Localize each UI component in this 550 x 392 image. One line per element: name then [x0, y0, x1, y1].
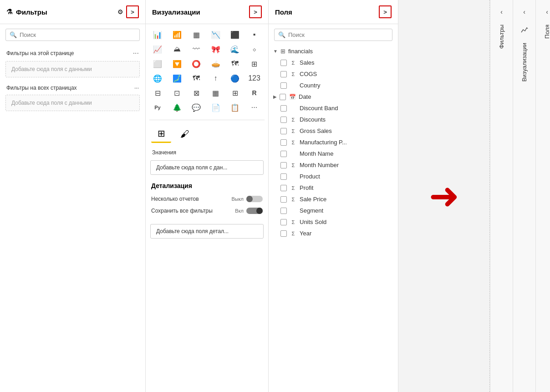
viz-smart-narr[interactable]: 📄	[208, 101, 224, 114]
viz-matrix[interactable]: ⊞	[246, 57, 263, 71]
field-item-profit[interactable]: Σ Profit	[269, 182, 398, 193]
add-values-btn[interactable]: Добавьте сюда поля с дан...	[150, 160, 264, 175]
field-checkbox-month-number[interactable]	[280, 162, 287, 168]
field-item-date[interactable]: ▶ 📅 Date	[269, 91, 398, 102]
field-checkbox-month-name[interactable]	[280, 151, 287, 157]
field-name-country: Country	[300, 82, 321, 89]
field-item-units-sold[interactable]: Σ Units Sold	[269, 216, 398, 228]
save-filters-toggle[interactable]: Вкл	[235, 208, 263, 214]
field-checkbox-units-sold[interactable]	[280, 219, 287, 225]
collapsed-polya-btn[interactable]: ‹	[539, 4, 550, 20]
field-name-date: Date	[299, 93, 311, 100]
viz-donut[interactable]: ⭕	[188, 57, 204, 71]
viz-column-clustered[interactable]: 📉	[208, 28, 224, 41]
viz-bar-clustered[interactable]: 📊	[149, 28, 166, 41]
field-checkbox-sale-price[interactable]	[280, 196, 287, 203]
field-item-sale-price[interactable]: Σ Sale Price	[269, 193, 398, 205]
viz-filled-map[interactable]: 🗾	[169, 71, 185, 85]
viz-funnel[interactable]: ⬦	[246, 42, 263, 56]
field-checkbox-date[interactable]	[280, 94, 286, 100]
table-group-header[interactable]: ▼ ⊞ financials	[269, 46, 398, 57]
viz-collapse-btn[interactable]: >	[249, 5, 262, 18]
field-item-segment[interactable]: Segment	[269, 205, 398, 216]
field-checkbox-manufacturing[interactable]	[280, 139, 287, 146]
viz-kpi[interactable]: ⊞	[227, 86, 243, 100]
field-name-discounts: Discounts	[300, 116, 326, 123]
viz-line-stacked[interactable]: 〰	[188, 42, 204, 56]
multi-reports-toggle[interactable]: Выкл	[231, 196, 263, 202]
field-item-year[interactable]: Σ Year	[269, 228, 398, 239]
field-item-country[interactable]: Country	[269, 80, 398, 91]
format-paint-btn[interactable]: 🖌	[175, 125, 195, 143]
field-checkbox-profit[interactable]	[280, 185, 287, 191]
collapsed-filtry-btn[interactable]: ‹	[494, 4, 510, 20]
filters-collapse-btn[interactable]: >	[126, 5, 139, 18]
field-checkbox-gross-sales[interactable]	[280, 128, 287, 134]
field-checkbox-cogs[interactable]	[280, 71, 287, 77]
filter-settings-icon[interactable]: ⚙	[117, 8, 123, 15]
collapsed-polya-label[interactable]: Поля	[544, 22, 550, 41]
viz-scatter[interactable]: ⬜	[149, 57, 166, 71]
fields-collapse-btn[interactable]: >	[379, 5, 392, 18]
field-item-discounts[interactable]: Σ Discounts	[269, 114, 398, 125]
filters-search-input[interactable]	[20, 31, 136, 38]
viz-table[interactable]: ⊟	[149, 86, 166, 100]
viz-arrow[interactable]: ↑	[208, 71, 224, 85]
field-checkbox-country[interactable]	[280, 82, 287, 89]
field-item-manufacturing[interactable]: Σ Manufacturing P...	[269, 137, 398, 148]
viz-line[interactable]: 📈	[149, 42, 166, 56]
viz-slicer[interactable]: ⊠	[188, 86, 204, 100]
field-item-gross-sales[interactable]: Σ Gross Sales	[269, 125, 398, 137]
collapsed-viz-label[interactable]: Визуализации	[521, 40, 528, 84]
all-filters-menu[interactable]: ···	[134, 85, 139, 91]
field-checkbox-discount-band[interactable]	[280, 105, 287, 112]
field-checkbox-sales[interactable]	[280, 60, 287, 66]
page-filters-menu[interactable]: ···	[133, 49, 139, 57]
field-item-sales[interactable]: Σ Sales	[269, 57, 398, 68]
field-item-cogs[interactable]: Σ COGS	[269, 68, 398, 80]
viz-globe[interactable]: 🌐	[149, 71, 166, 85]
viz-bar-stacked[interactable]: 📶	[169, 28, 185, 41]
viz-multi-row-card[interactable]: ⊡	[169, 86, 185, 100]
field-checkbox-discounts[interactable]	[280, 117, 287, 123]
red-arrow-icon: ➜	[429, 178, 459, 214]
sigma-icon-cogs: Σ	[290, 71, 297, 77]
field-checkbox-product[interactable]	[280, 173, 287, 180]
viz-map[interactable]: 🗺	[227, 57, 243, 71]
format-values-btn[interactable]: ⊞	[151, 125, 171, 143]
viz-area[interactable]: ⛰	[169, 42, 185, 56]
viz-column-100[interactable]: ▪	[246, 28, 263, 41]
field-checkbox-segment[interactable]	[280, 208, 287, 214]
viz-r-visual[interactable]: R	[246, 86, 263, 100]
field-checkbox-year[interactable]	[280, 230, 287, 237]
save-filters-track[interactable]	[246, 208, 263, 214]
viz-column-stacked[interactable]: ⬛	[227, 28, 243, 41]
viz-table2[interactable]: ▦	[208, 86, 224, 100]
page-filters-dropzone[interactable]: Добавьте сюда поля с данными	[5, 61, 140, 77]
multi-reports-track[interactable]	[246, 196, 263, 202]
viz-paginated[interactable]: 📋	[227, 101, 243, 114]
field-item-month-number[interactable]: Σ Month Number	[269, 159, 398, 171]
add-detail-btn[interactable]: Добавьте сюда поля детал...	[150, 224, 264, 239]
field-item-product[interactable]: Product	[269, 171, 398, 182]
collapsed-filtry-label[interactable]: Фильтры	[498, 22, 505, 51]
viz-treemap[interactable]: 🥧	[208, 57, 224, 71]
all-filters-dropzone[interactable]: Добавьте сюда поля с данными	[5, 95, 140, 111]
field-item-month-name[interactable]: Month Name	[269, 148, 398, 159]
collapsed-viz-panel: ‹ Визуализации	[513, 0, 535, 392]
viz-pie[interactable]: 🔽	[169, 57, 185, 71]
fields-search-input[interactable]	[288, 31, 388, 38]
viz-python[interactable]: Py	[149, 101, 166, 114]
viz-gauge[interactable]: 🔵	[227, 71, 243, 85]
viz-more[interactable]: ···	[246, 101, 263, 114]
viz-qa[interactable]: 💬	[188, 101, 204, 114]
viz-shape-map[interactable]: 🗺	[188, 71, 204, 85]
collapsed-viz-btn[interactable]: ‹	[516, 4, 533, 20]
viz-waterfall[interactable]: 🌊	[227, 42, 243, 56]
table-grid-icon: ⊞	[280, 48, 285, 55]
field-item-discount-band[interactable]: Discount Band	[269, 102, 398, 114]
viz-card-number[interactable]: 123	[246, 71, 263, 85]
viz-bar-100[interactable]: ▦	[188, 28, 204, 41]
viz-ribbon[interactable]: 🎀	[208, 42, 224, 56]
viz-decomp-tree[interactable]: 🌲	[169, 101, 185, 114]
